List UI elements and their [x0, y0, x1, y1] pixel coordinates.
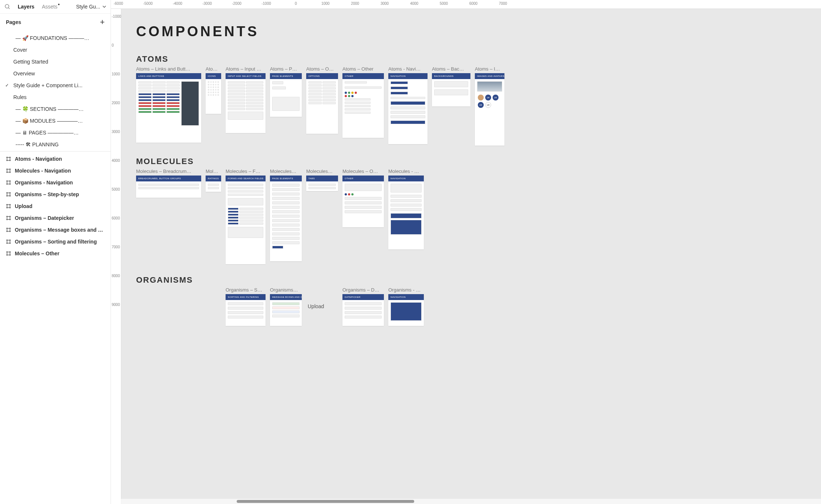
frame[interactable]: Molecules – O…OTHER [342, 168, 384, 227]
frame[interactable]: Atoms – I…IMAGES AND AVATARS LMLMLMLM [475, 66, 504, 146]
file-dropdown[interactable]: Style Gu... [76, 4, 106, 10]
page-item[interactable]: — 📦 MODULES ————… [0, 115, 111, 127]
frame[interactable]: Ato…ICONS [206, 66, 221, 114]
frame-label: Atoms – Links and Butt… [136, 66, 201, 72]
horizontal-scrollbar[interactable] [111, 499, 821, 504]
frame-label: Atoms - Navi… [388, 66, 428, 72]
frame-icon [6, 180, 11, 185]
ruler-tick: 4000 [112, 159, 120, 163]
frame[interactable]: Atoms – Bac…BACKGROUNDS [432, 66, 470, 106]
frame[interactable]: Atoms – P…PAGE ELEMENTS [270, 66, 302, 117]
tab-layers[interactable]: Layers [18, 4, 34, 10]
page-item[interactable]: ✓Style Guide + Component Li... [0, 79, 111, 91]
canvas-viewport: -6000-5000-4000-3000-2000-10000100020003… [111, 0, 821, 504]
ruler-horizontal: -6000-5000-4000-3000-2000-10000100020003… [111, 0, 821, 9]
page-item[interactable]: Getting Started [0, 56, 111, 68]
frame[interactable]: Organisms – S…SORTING AND FILTERING [226, 287, 266, 326]
frame-card: OTHER [342, 73, 384, 138]
page-list: — 🚀 FOUNDATIONS ———…CoverGetting Started… [0, 31, 111, 151]
layer-item[interactable]: Organisms – Sorting and filtering [0, 236, 111, 248]
frame[interactable]: Organisms - …NAVIGATION [388, 287, 424, 326]
frame[interactable]: Organisms – D…DATEPICKER [342, 287, 384, 326]
frame[interactable]: Upload [306, 287, 338, 324]
page-item[interactable]: — 🚀 FOUNDATIONS ———… [0, 32, 111, 44]
frame-card: LINKS AND BUTTONS [136, 73, 201, 143]
frame-card: INPUT AND SELECT FIELDS [226, 73, 266, 133]
frame-card-header: IMAGES AND AVATARS [475, 73, 504, 79]
frame-card: NAVIGATION [388, 176, 424, 249]
frame-card-header: PAGE ELEMENTS [270, 73, 302, 79]
frame-card: OTHER [342, 176, 384, 227]
frame[interactable]: Molecules…PAGE ELEMENTS [270, 168, 302, 261]
ruler-tick: 0 [112, 43, 114, 47]
layer-item[interactable]: Atoms - Navigation [0, 153, 111, 165]
layer-item[interactable]: Organisms – Message boxes and … [0, 224, 111, 236]
ruler-vertical: -100001000200030004000500060007000800090… [111, 9, 121, 504]
frame[interactable]: Molecules…TABS [306, 168, 338, 191]
frame[interactable]: Atoms – Links and Butt…LINKS AND BUTTONS [136, 66, 201, 143]
page-item[interactable]: Rules [0, 91, 111, 103]
sidebar-top-bar: Layers Assets Style Gu... [0, 0, 111, 14]
section-title: MOLECULES [136, 157, 806, 166]
page-item-label: Rules [13, 94, 27, 100]
tab-assets[interactable]: Assets [42, 4, 57, 10]
frame-label: Molecules… [306, 168, 338, 174]
frame[interactable]: Molecules – F…FORMS AND SEARCH FIELDS [226, 168, 266, 264]
frame-label: Molecules – O… [342, 168, 384, 174]
frame-card: NAVIGATION [388, 73, 428, 144]
frame[interactable]: Atoms – O…OPTIONS [306, 66, 338, 134]
frame-icon [6, 168, 11, 173]
frame[interactable]: Organisms…MESSAGE BOXES AND CARDS [270, 287, 302, 326]
page-item[interactable]: — 🖥 PAGES —————… [0, 127, 111, 139]
ruler-tick: 2000 [112, 101, 120, 105]
ruler-tick: 7000 [112, 245, 120, 249]
file-name: Style Gu... [76, 4, 100, 10]
frame[interactable]: Atoms – Input …INPUT AND SELECT FIELDS [226, 66, 266, 133]
page-item[interactable]: Cover [0, 44, 111, 56]
section-title: ATOMS [136, 54, 806, 64]
layer-item[interactable]: Organisms - Navigation [0, 177, 111, 188]
frame-row: Atoms – Links and Butt…LINKS AND BUTTONS… [136, 66, 806, 146]
ruler-tick: 0 [295, 1, 297, 6]
frame-label: Molecules - … [388, 168, 424, 174]
ruler-tick: 2000 [351, 1, 359, 6]
frame-label: Mol… [206, 168, 221, 174]
add-page-button[interactable]: + [100, 17, 105, 27]
frame-label: Organisms – D… [342, 287, 384, 293]
upload-placeholder: Upload [306, 289, 338, 324]
page-item[interactable]: Overview [0, 68, 111, 79]
frame-card: NAVIGATION [388, 294, 424, 326]
frame-icon [6, 192, 11, 197]
frame-card: RATINGS [206, 176, 221, 192]
layer-item[interactable]: Organisms – Datepicker [0, 212, 111, 224]
sidebar: Layers Assets Style Gu... Pages + — 🚀 FO… [0, 0, 111, 504]
frame-label: Molecules… [270, 168, 302, 174]
frame-label: Ato… [206, 66, 221, 72]
frame-label: Molecules – F… [226, 168, 266, 174]
layer-item[interactable]: Upload [0, 200, 111, 212]
frame[interactable]: Mol…RATINGS [206, 168, 221, 192]
ruler-tick: 6000 [469, 1, 477, 6]
frame[interactable]: Atoms - Navi…NAVIGATION [388, 66, 428, 144]
frame-label: Atoms – O… [306, 66, 338, 72]
layer-item[interactable]: Molecules - Navigation [0, 165, 111, 177]
canvas[interactable]: COMPONENTS ATOMSAtoms – Links and Butt…L… [121, 9, 821, 504]
layer-item[interactable]: Organisms – Step-by-step [0, 188, 111, 200]
frame-icon [6, 227, 11, 232]
scrollbar-thumb[interactable] [237, 500, 414, 503]
page-item[interactable]: — 🍀 SECTIONS ————… [0, 103, 111, 115]
ruler-tick: 3000 [381, 1, 389, 6]
frame[interactable]: Atoms – OtherOTHER [342, 66, 384, 138]
frame[interactable]: Molecules - …NAVIGATION [388, 168, 424, 249]
page-item[interactable]: ----- 🛠 PLANNING [0, 139, 111, 150]
frame-card: OPTIONS [306, 73, 338, 134]
frame-icon [6, 204, 11, 209]
search-icon[interactable] [4, 4, 10, 10]
frame-card-header: INPUT AND SELECT FIELDS [226, 73, 266, 79]
layer-item[interactable]: Molecules – Other [0, 248, 111, 259]
ruler-tick: 3000 [112, 130, 120, 134]
frame-card-header: NAVIGATION [388, 73, 428, 79]
frame[interactable]: Molecules – Breadcrum…BREADCRUMBS, BUTTO… [136, 168, 201, 198]
pages-label: Pages [6, 19, 21, 25]
frame-icon [6, 156, 11, 161]
